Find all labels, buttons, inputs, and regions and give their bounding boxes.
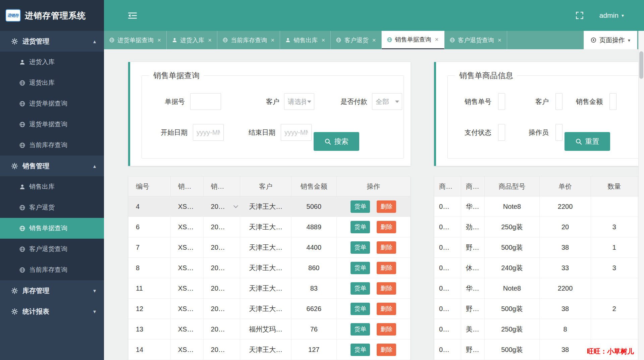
cell-model: Note8	[485, 196, 540, 217]
sidebar-item-sales-out[interactable]: 销售出库	[0, 176, 104, 197]
close-icon[interactable]: ×	[435, 36, 439, 43]
cell-model: 500g装	[485, 299, 540, 319]
delete-button[interactable]: 删除	[377, 282, 396, 295]
delete-button[interactable]: 删除	[377, 200, 396, 213]
delete-button[interactable]: 删除	[377, 323, 396, 336]
sidebar-item-current-stock-query[interactable]: 当前库存查询	[0, 135, 104, 156]
search-button[interactable]: 搜索	[314, 132, 359, 151]
sidebar-item-customer-return[interactable]: 客户退货	[0, 197, 104, 218]
table-row[interactable]: 4 XS… 20… 天津王大… 5060 货单 删除	[128, 196, 410, 217]
voucher-button[interactable]: 货单	[351, 200, 370, 213]
tab[interactable]: 进货入库 ×	[167, 31, 217, 49]
sidebar-section-stock-mgmt[interactable]: 库存管理 ▾	[0, 280, 104, 301]
menu-fold-icon[interactable]	[128, 12, 137, 19]
start-date-input[interactable]	[193, 124, 224, 141]
sidebar-section-report[interactable]: 统计报表 ▾	[0, 301, 104, 322]
table-row[interactable]: 7 XS… 20… 天津王大… 4400 货单 删除	[128, 237, 410, 258]
reset-button[interactable]: 重置	[565, 132, 610, 151]
sidebar-item-return-out[interactable]: 退货出库	[0, 72, 104, 93]
voucher-button[interactable]: 货单	[351, 282, 370, 295]
tab[interactable]: 进货单据查询 ×	[104, 31, 167, 49]
sidebar-item-current-stock-query2[interactable]: 当前库存查询	[0, 259, 104, 280]
logo-text: 进销存	[8, 13, 19, 18]
delete-button[interactable]: 删除	[377, 241, 396, 254]
menu-item-label: 进货入库	[29, 58, 55, 66]
table-row[interactable]: 6 XS… 20… 天津王大… 4889 货单 删除	[128, 217, 410, 237]
sidebar-item-purchase-in[interactable]: 进货入库	[0, 52, 104, 72]
end-date-input[interactable]	[281, 124, 312, 141]
sidebar-item-sales-bill-query[interactable]: 销售单据查询	[0, 218, 104, 239]
bill-no-input[interactable]	[190, 93, 221, 110]
gear-icon	[11, 38, 18, 45]
paid-select[interactable]: 全部	[372, 93, 402, 110]
table-row[interactable]: 14 XS… 20… 天津王大… 127 货单 删除	[128, 340, 410, 360]
table-row[interactable]: 0… 休… 240g装 33 3	[434, 258, 644, 278]
voucher-button[interactable]: 货单	[351, 323, 370, 336]
table-row[interactable]: 0… 野… 500g装 38 1	[434, 237, 644, 258]
delete-button[interactable]: 删除	[377, 303, 396, 315]
table-row[interactable]: 0… 劲… 250g装 20 3	[434, 217, 644, 237]
operator-label: 操作员	[529, 124, 549, 141]
table-row[interactable]: 12 XS… 20… 天津王大… 6626 货单 删除	[128, 299, 410, 319]
sidebar-item-customer-return-query[interactable]: 客户退货查询	[0, 239, 104, 259]
close-icon[interactable]: ×	[498, 37, 501, 44]
scrollbar-thumb[interactable]	[639, 51, 643, 79]
col-header-qty: 数量	[591, 177, 638, 196]
customer-input[interactable]	[555, 93, 562, 110]
cell-sale-date: 20…	[204, 278, 240, 298]
tab[interactable]: 销售出库 ×	[280, 31, 331, 49]
gear-icon	[11, 163, 18, 169]
delete-button[interactable]: 删除	[377, 221, 396, 233]
tab[interactable]: 客户退货查询 ×	[444, 31, 507, 49]
user-menu[interactable]: admin ▾	[599, 11, 624, 19]
tab[interactable]: 当前库存查询 ×	[217, 31, 280, 49]
delete-button[interactable]: 删除	[377, 262, 396, 274]
close-icon[interactable]: ×	[372, 37, 376, 44]
table-row[interactable]: 8 XS… 20… 天津王大… 860 货单 删除	[128, 258, 410, 278]
sidebar-section-sales-mgmt[interactable]: 销售管理 ▴	[0, 156, 104, 176]
operator-input[interactable]	[555, 124, 562, 141]
chevron-down-icon[interactable]	[233, 205, 238, 208]
tab[interactable]: 销售单据查询 ×	[382, 31, 444, 49]
sale-no-input[interactable]	[498, 93, 505, 110]
page-operations-button[interactable]: 页面操作 ▾	[584, 31, 637, 49]
table-row[interactable]: 0… 华… Note8 2200	[434, 196, 644, 217]
pay-status-input[interactable]	[498, 124, 505, 141]
sale-date-text: 20…	[211, 346, 225, 354]
cell-sale-date: 20…	[204, 299, 240, 319]
close-icon[interactable]: ×	[208, 37, 212, 44]
voucher-button[interactable]: 货单	[351, 262, 370, 274]
cell-model: 250g装	[485, 319, 540, 339]
chevron-down-icon: ▾	[93, 288, 96, 294]
customer-select[interactable]: 请选择	[284, 93, 314, 110]
voucher-button[interactable]: 货单	[351, 303, 370, 315]
menu-item-label: 客户退货查询	[29, 245, 67, 253]
table-row[interactable]: 0… 美… 250g装 8	[434, 319, 644, 340]
close-icon[interactable]: ×	[271, 37, 274, 44]
user-icon	[172, 38, 177, 43]
cell-sale-date: 20…	[204, 319, 240, 339]
sidebar-section-purchase-mgmt[interactable]: 进货管理 ▴	[0, 31, 104, 52]
cell-price: 2200	[540, 196, 591, 217]
tab[interactable]: 客户退货 ×	[331, 31, 381, 49]
voucher-button[interactable]: 货单	[351, 221, 370, 233]
vertical-scrollbar[interactable]	[638, 31, 644, 360]
close-icon[interactable]: ×	[157, 37, 161, 44]
voucher-button[interactable]: 货单	[351, 344, 370, 356]
voucher-button[interactable]: 货单	[351, 241, 370, 254]
table-row[interactable]: 11 XS… 20… 天津王大… 83 货单 删除	[128, 278, 410, 299]
cell-model: Note8	[485, 278, 540, 298]
delete-button[interactable]: 删除	[377, 344, 396, 356]
cell-price: 38	[540, 340, 591, 360]
sidebar-item-purchase-bill-query[interactable]: 进货单据查询	[0, 93, 104, 114]
bill-no-label: 单据号	[165, 93, 185, 110]
table-row[interactable]: 0… 野… 500g装 38 2	[434, 299, 644, 319]
fullscreen-icon[interactable]	[576, 12, 583, 19]
cell-id: 14	[128, 340, 171, 360]
table-row[interactable]: 0… 华… Note8 2200	[434, 278, 644, 299]
table-row[interactable]: 13 XS… 20… 福州艾玛… 76 货单 删除	[128, 319, 410, 340]
sidebar-item-return-bill-query[interactable]: 退货单据查询	[0, 114, 104, 135]
menu-item-label: 销售出库	[29, 182, 55, 191]
close-icon[interactable]: ×	[321, 37, 325, 44]
amount-input[interactable]	[609, 93, 616, 110]
